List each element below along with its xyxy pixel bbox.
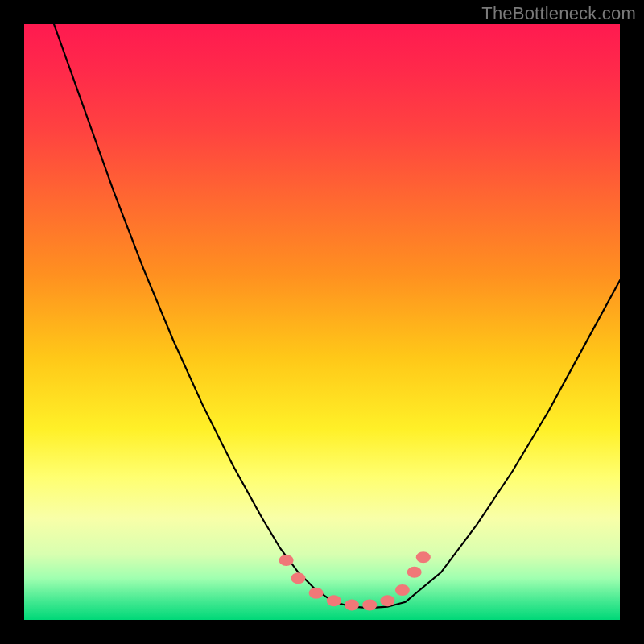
chart-frame: TheBottleneck.com — [0, 0, 644, 644]
plot-area — [24, 24, 620, 620]
highlight-dot — [407, 567, 422, 578]
highlight-dot — [416, 551, 431, 563]
highlight-dot — [279, 555, 294, 566]
highlight-dot — [327, 595, 341, 606]
watermark-text: TheBottleneck.com — [481, 3, 636, 24]
highlight-dot — [362, 600, 377, 611]
bottleneck-curve — [54, 24, 620, 608]
highlight-dot — [395, 584, 410, 596]
highlight-dot — [309, 588, 324, 599]
highlight-dot — [345, 600, 359, 611]
curve-layer — [24, 24, 620, 620]
highlight-dot — [380, 595, 394, 606]
highlight-dot — [291, 572, 305, 584]
